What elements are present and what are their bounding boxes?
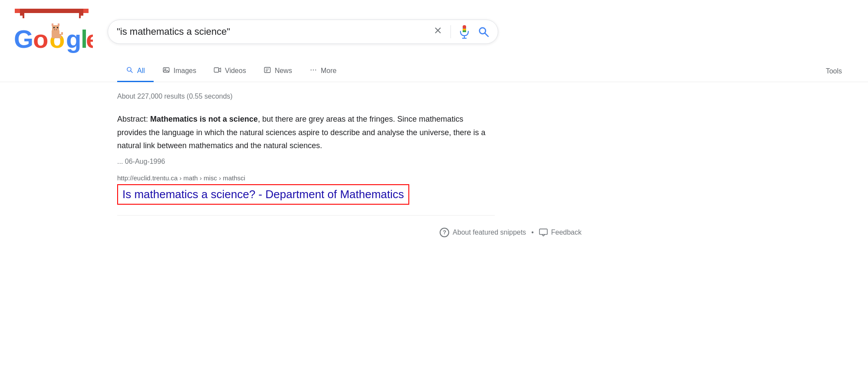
svg-point-46 <box>315 70 316 70</box>
svg-rect-6 <box>79 9 81 18</box>
svg-rect-13 <box>52 30 59 38</box>
svg-text:g: g <box>66 25 81 53</box>
search-divider <box>450 25 451 38</box>
svg-rect-39 <box>214 68 219 73</box>
svg-line-36 <box>131 71 132 73</box>
google-logo: G o o g l e <box>10 8 93 56</box>
svg-rect-20 <box>57 27 58 28</box>
mic-icon[interactable] <box>459 24 470 39</box>
more-tab-icon <box>309 66 317 76</box>
tab-news-label: News <box>275 67 292 75</box>
search-bar-icons <box>433 24 489 39</box>
footer-separator: • <box>531 229 534 236</box>
snippet-bold-text: Mathematics is not a science <box>150 115 258 123</box>
svg-line-34 <box>485 33 488 37</box>
tab-images-label: Images <box>174 67 196 75</box>
videos-tab-icon <box>214 66 221 76</box>
featured-snippet: Abstract: Mathematics is not a science, … <box>117 113 495 216</box>
snippet-url: http://euclid.trentu.ca › math › misc › … <box>117 174 495 182</box>
news-tab-icon <box>263 66 271 76</box>
svg-text:G: G <box>14 25 33 53</box>
about-snippets-link[interactable]: ? About featured snippets <box>440 228 526 237</box>
tab-more[interactable]: More <box>301 61 345 82</box>
svg-rect-22 <box>54 30 55 30</box>
main-content: About 227,000 results (0.55 seconds) Abs… <box>0 82 608 216</box>
abstract-prefix: Abstract: <box>117 115 150 123</box>
search-tab-icon <box>126 66 134 76</box>
svg-rect-5 <box>23 9 24 18</box>
tab-all[interactable]: All <box>117 61 154 82</box>
snippet-title-row: Is mathematics a science? - Department o… <box>117 184 495 205</box>
snippet-title-part2: Department of Mathematics <box>265 188 404 201</box>
logo-area: G o o g l e <box>10 8 97 56</box>
tab-videos[interactable]: Videos <box>205 61 255 82</box>
svg-rect-24 <box>59 34 61 38</box>
tab-tools-label: Tools <box>826 67 842 75</box>
nav-tabs: All Images Videos <box>0 57 868 82</box>
tab-tools[interactable]: Tools <box>826 67 868 75</box>
feedback-icon <box>539 228 548 237</box>
svg-rect-0 <box>15 9 89 13</box>
tab-videos-label: Videos <box>225 67 246 75</box>
tab-more-label: More <box>321 67 336 75</box>
snippet-title-part1: Is mathematics a science? - <box>122 188 262 201</box>
search-icon[interactable] <box>478 26 489 37</box>
search-query-text: "is mathematics a science" <box>117 26 429 37</box>
svg-rect-40 <box>264 67 270 73</box>
svg-rect-2 <box>83 9 89 13</box>
svg-rect-23 <box>56 30 57 30</box>
about-snippets-label: About featured snippets <box>453 229 526 236</box>
svg-point-44 <box>311 70 312 70</box>
tab-news[interactable]: News <box>255 61 301 82</box>
header: G o o g l e <box>0 0 868 56</box>
svg-rect-21 <box>55 29 56 30</box>
results-count: About 227,000 results (0.55 seconds) <box>117 93 608 100</box>
svg-rect-18 <box>58 24 59 26</box>
search-bar: "is mathematics a science" <box>108 20 498 44</box>
svg-rect-47 <box>539 229 547 235</box>
svg-text:o: o <box>33 25 48 53</box>
feedback-label: Feedback <box>551 229 582 236</box>
clear-icon[interactable] <box>433 26 443 38</box>
images-tab-icon <box>162 66 170 76</box>
svg-rect-30 <box>463 30 466 32</box>
svg-rect-25 <box>61 32 63 35</box>
footer-row: ? About featured snippets • Feedback <box>0 228 608 237</box>
tab-all-label: All <box>137 67 145 75</box>
svg-rect-27 <box>463 25 466 29</box>
svg-rect-19 <box>53 27 55 28</box>
svg-text:e: e <box>86 25 93 53</box>
svg-rect-17 <box>52 24 53 26</box>
svg-rect-29 <box>463 29 466 30</box>
snippet-breadcrumb: http://euclid.trentu.ca › math › misc › … <box>117 174 245 182</box>
svg-point-45 <box>313 70 314 70</box>
snippet-title-link[interactable]: Is mathematics a science? - Department o… <box>117 184 409 205</box>
search-bar-wrapper: "is mathematics a science" <box>108 20 498 44</box>
feedback-link[interactable]: Feedback <box>539 228 582 237</box>
question-circle-icon: ? <box>440 228 449 237</box>
snippet-date: ... 06-Aug-1996 <box>117 158 495 166</box>
tab-images[interactable]: Images <box>154 61 205 82</box>
svg-rect-1 <box>15 9 20 13</box>
snippet-body-text: Abstract: Mathematics is not a science, … <box>117 113 495 153</box>
